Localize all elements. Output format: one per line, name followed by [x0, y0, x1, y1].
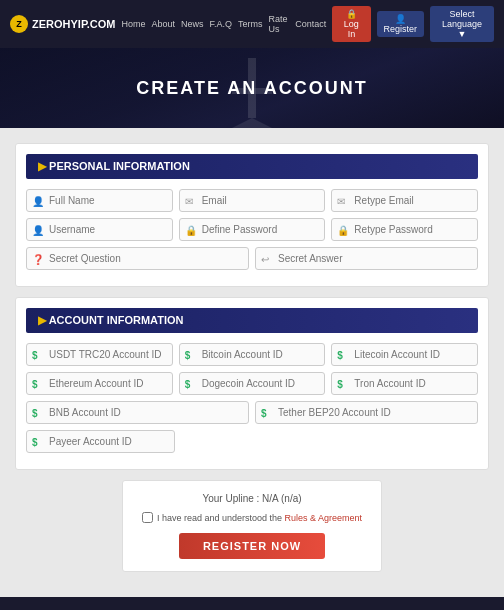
page-title: CREATE AN ACCOUNT [136, 78, 367, 99]
tron-input[interactable] [331, 372, 478, 395]
retype-email-icon: ✉ [337, 195, 345, 206]
dollar-icon-7: $ [32, 407, 38, 418]
account-info-section: ACCOUNT INFORMATION $ $ $ $ $ [15, 297, 489, 470]
fullname-field: 👤 [26, 189, 173, 212]
dollar-icon-8: $ [261, 407, 267, 418]
upline-box: Your Upline : N/A (n/a) I have read and … [122, 480, 382, 572]
retype-lock-icon: 🔒 [337, 224, 349, 235]
logo-text: ZEROHYIP.COM [32, 18, 116, 30]
personal-info-section: PERSONAL INFORMATION 👤 ✉ ✉ 👤 🔒 [15, 143, 489, 287]
username-icon: 👤 [32, 224, 44, 235]
litecoin-field: $ [331, 343, 478, 366]
user-icon: 👤 [32, 195, 44, 206]
hero-section: CREATE AN ACCOUNT [0, 48, 504, 128]
agreement-text: I have read and understood the Rules & A… [157, 513, 362, 523]
dollar-icon-2: $ [185, 349, 191, 360]
form-row-1: 👤 ✉ ✉ [26, 189, 478, 212]
form-row-3: ❓ ↩ [26, 247, 478, 270]
nav-faq[interactable]: F.A.Q [210, 19, 233, 29]
password-input[interactable] [179, 218, 326, 241]
nav-links: Home About News F.A.Q Terms Rate Us Cont… [122, 6, 494, 42]
email-input[interactable] [179, 189, 326, 212]
email-field: ✉ [179, 189, 326, 212]
agreement-link[interactable]: Rules & Agreement [285, 513, 363, 523]
email-icon: ✉ [185, 195, 193, 206]
payeer-input[interactable] [26, 430, 175, 453]
agreement-checkbox[interactable] [142, 512, 153, 523]
dollar-icon-5: $ [185, 378, 191, 389]
dollar-icon-4: $ [32, 378, 38, 389]
dollar-icon-6: $ [337, 378, 343, 389]
register-now-button[interactable]: REGISTER NOW [179, 533, 325, 559]
account-info-header: ACCOUNT INFORMATION [26, 308, 478, 333]
bnb-field: $ [26, 401, 249, 424]
answer-icon: ↩ [261, 253, 269, 264]
fullname-input[interactable] [26, 189, 173, 212]
username-input[interactable] [26, 218, 173, 241]
retype-password-input[interactable] [331, 218, 478, 241]
bnb-input[interactable] [26, 401, 249, 424]
language-button[interactable]: Select Language ▼ [430, 6, 494, 42]
bitcoin-field: $ [179, 343, 326, 366]
payeer-field: $ [26, 430, 175, 453]
password-field: 🔒 [179, 218, 326, 241]
secret-question-input[interactable] [26, 247, 249, 270]
retype-email-field: ✉ [331, 189, 478, 212]
tether-input[interactable] [255, 401, 478, 424]
ethereum-input[interactable] [26, 372, 173, 395]
dollar-icon-1: $ [32, 349, 38, 360]
nav-news[interactable]: News [181, 19, 204, 29]
retype-email-input[interactable] [331, 189, 478, 212]
footer: Z ZEROHYIP.COM Navigation Home Get Start… [0, 597, 504, 610]
username-field: 👤 [26, 218, 173, 241]
dogecoin-field: $ [179, 372, 326, 395]
nav-rateus[interactable]: Rate Us [269, 14, 290, 34]
secret-answer-input[interactable] [255, 247, 478, 270]
register-button[interactable]: 👤 Register [377, 11, 425, 37]
dollar-icon-9: $ [32, 436, 38, 447]
secret-answer-field: ↩ [255, 247, 478, 270]
lock-icon: 🔒 [185, 224, 197, 235]
account-row-1: $ $ $ [26, 343, 478, 366]
tron-field: $ [331, 372, 478, 395]
agreement-row: I have read and understood the Rules & A… [135, 512, 369, 523]
account-row-3: $ $ [26, 401, 478, 424]
dogecoin-input[interactable] [179, 372, 326, 395]
nav-contact[interactable]: Contact [295, 19, 326, 29]
dollar-icon-3: $ [337, 349, 343, 360]
logo-icon: Z [10, 15, 28, 33]
retype-password-field: 🔒 [331, 218, 478, 241]
litecoin-input[interactable] [331, 343, 478, 366]
upline-text: Your Upline : N/A (n/a) [135, 493, 369, 504]
bitcoin-input[interactable] [179, 343, 326, 366]
personal-info-header: PERSONAL INFORMATION [26, 154, 478, 179]
main-content: PERSONAL INFORMATION 👤 ✉ ✉ 👤 🔒 [0, 128, 504, 597]
tether-field: $ [255, 401, 478, 424]
login-button[interactable]: 🔒 Log In [332, 6, 370, 42]
site-logo[interactable]: Z ZEROHYIP.COM [10, 15, 116, 33]
ethereum-field: $ [26, 372, 173, 395]
usdt-input[interactable] [26, 343, 173, 366]
nav-home[interactable]: Home [122, 19, 146, 29]
nav-about[interactable]: About [152, 19, 176, 29]
secret-question-field: ❓ [26, 247, 249, 270]
account-row-4: $ [26, 430, 478, 453]
account-row-2: $ $ $ [26, 372, 478, 395]
nav-terms[interactable]: Terms [238, 19, 263, 29]
svg-marker-2 [232, 118, 272, 128]
form-row-2: 👤 🔒 🔒 [26, 218, 478, 241]
navbar: Z ZEROHYIP.COM Home About News F.A.Q Ter… [0, 0, 504, 48]
usdt-field: $ [26, 343, 173, 366]
question-icon: ❓ [32, 253, 44, 264]
